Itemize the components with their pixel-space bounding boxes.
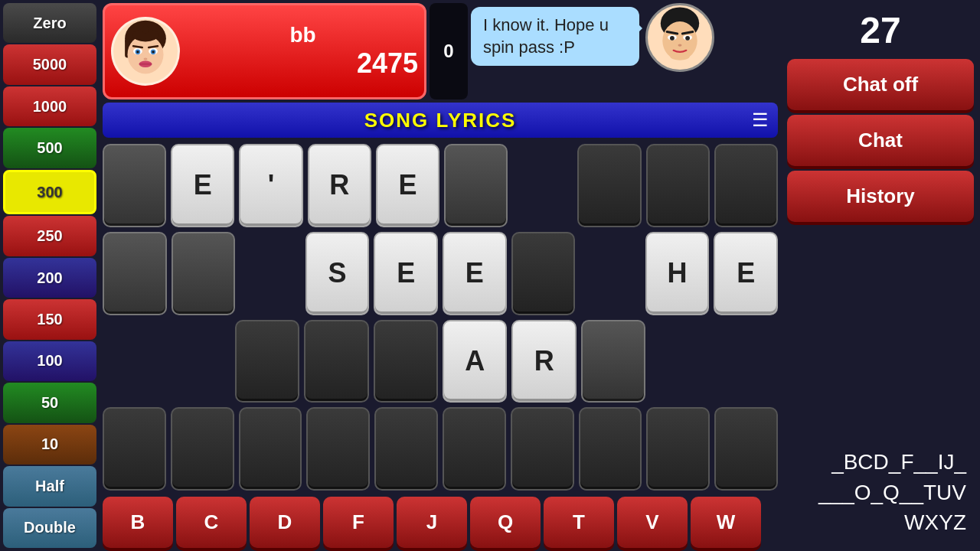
keyboard-row: B C D F J Q T V W — [100, 494, 781, 551]
score-sidebar: Zero 5000 1000 500 300 250 200 150 100 5… — [0, 0, 100, 551]
score-zero-btn[interactable]: Zero — [3, 3, 96, 43]
puzzle-row-3: A R — [103, 320, 778, 403]
key-V-btn[interactable]: V — [617, 497, 688, 548]
tile — [374, 320, 438, 403]
letters-remaining: _BCD_F__IJ_ ___O_Q__TUV WXYZ — [787, 439, 974, 545]
svg-point-21 — [685, 36, 690, 41]
tile — [511, 407, 574, 491]
svg-point-9 — [136, 51, 139, 53]
tile — [306, 407, 370, 491]
tile — [577, 144, 641, 227]
main-game-area: bb 2475 0 I know it. Hope u spin pass :P — [100, 0, 781, 551]
tile: E — [171, 144, 234, 227]
tile: E — [714, 232, 778, 315]
puzzle-grid: E ' R E S E E H E — [100, 141, 781, 494]
chat-off-button[interactable]: Chat off — [787, 59, 974, 110]
score-double-btn[interactable]: Double — [3, 508, 96, 548]
game-counter: 27 — [787, 6, 974, 54]
history-button[interactable]: History — [787, 171, 974, 222]
category-title: SONG LYRICS — [364, 109, 517, 132]
tile — [714, 144, 778, 227]
vs-score: 0 — [430, 3, 468, 99]
svg-point-15 — [143, 57, 147, 60]
key-B-btn[interactable]: B — [103, 497, 173, 548]
svg-point-20 — [670, 36, 675, 41]
tile — [103, 407, 166, 491]
score-150-btn[interactable]: 150 — [3, 299, 96, 339]
score-half-btn[interactable]: Half — [3, 466, 96, 506]
tile: S — [305, 232, 370, 315]
score-5000-btn[interactable]: 5000 — [3, 44, 96, 84]
menu-icon[interactable]: ☰ — [752, 109, 769, 131]
score-10-btn[interactable]: 10 — [3, 425, 96, 465]
tile — [646, 407, 710, 491]
key-T-btn[interactable]: T — [544, 497, 614, 548]
puzzle-row-1: E ' R E — [103, 144, 778, 227]
tile: E — [443, 232, 507, 315]
tile — [443, 407, 506, 491]
tile-empty — [512, 144, 573, 227]
key-D-btn[interactable]: D — [250, 497, 320, 548]
tile-empty — [717, 320, 778, 403]
players-header: bb 2475 0 I know it. Hope u spin pass :P — [100, 0, 781, 99]
tile-empty — [103, 320, 164, 403]
player1-info: bb 2475 — [188, 23, 418, 80]
chat-bubble: I know it. Hope u spin pass :P — [471, 7, 639, 66]
tile — [172, 232, 236, 315]
score-300-btn[interactable]: 300 — [3, 170, 96, 214]
tile — [714, 407, 778, 491]
tile — [444, 144, 508, 227]
key-F-btn[interactable]: F — [323, 497, 394, 548]
tile — [646, 144, 710, 227]
svg-line-12 — [149, 46, 158, 47]
right-sidebar: 27 Chat off Chat History _BCD_F__IJ_ ___… — [781, 0, 980, 551]
svg-point-25 — [670, 54, 689, 60]
score-1000-btn[interactable]: 1000 — [3, 86, 96, 126]
key-J-btn[interactable]: J — [397, 497, 467, 548]
letters-line2: ___O_Q__TUV — [818, 481, 966, 504]
svg-point-10 — [152, 51, 154, 53]
category-bar: SONG LYRICS ☰ — [103, 103, 778, 138]
score-500-btn[interactable]: 500 — [3, 128, 96, 168]
score-100-btn[interactable]: 100 — [3, 341, 96, 381]
letters-line1: _BCD_F__IJ_ — [831, 450, 966, 474]
tile: R — [511, 320, 576, 403]
tile — [235, 320, 299, 403]
tile — [581, 320, 645, 403]
letters-line3: WXYZ — [904, 510, 966, 534]
tile — [103, 144, 166, 227]
tile: H — [645, 232, 710, 315]
tile-empty — [168, 320, 230, 403]
tile-empty — [240, 232, 301, 315]
key-Q-btn[interactable]: Q — [470, 497, 541, 548]
tile: A — [443, 320, 507, 403]
svg-line-11 — [133, 46, 142, 47]
player1-name: bb — [188, 23, 418, 47]
chat-button[interactable]: Chat — [787, 115, 974, 166]
player1-avatar — [111, 17, 180, 86]
player1-card: bb 2475 — [103, 3, 426, 99]
tile: ' — [239, 144, 302, 227]
tile: E — [374, 232, 438, 315]
score-50-btn[interactable]: 50 — [3, 383, 96, 422]
score-200-btn[interactable]: 200 — [3, 258, 96, 298]
tile — [511, 232, 576, 315]
tile — [171, 407, 234, 491]
key-W-btn[interactable]: W — [691, 497, 761, 548]
svg-point-24 — [678, 44, 681, 46]
tile — [103, 232, 167, 315]
score-250-btn[interactable]: 250 — [3, 216, 96, 256]
player1-score: 2475 — [188, 47, 418, 80]
player2-avatar — [645, 3, 714, 72]
tile — [374, 407, 438, 491]
tile-empty — [580, 232, 641, 315]
tile-empty — [650, 320, 711, 403]
svg-point-4 — [142, 25, 149, 33]
tile — [239, 407, 302, 491]
puzzle-row-2: S E E H E — [103, 232, 778, 315]
tile: E — [376, 144, 439, 227]
tile: R — [308, 144, 371, 227]
tile — [579, 407, 642, 491]
player2-area: I know it. Hope u spin pass :P — [471, 3, 778, 99]
key-C-btn[interactable]: C — [176, 497, 247, 548]
